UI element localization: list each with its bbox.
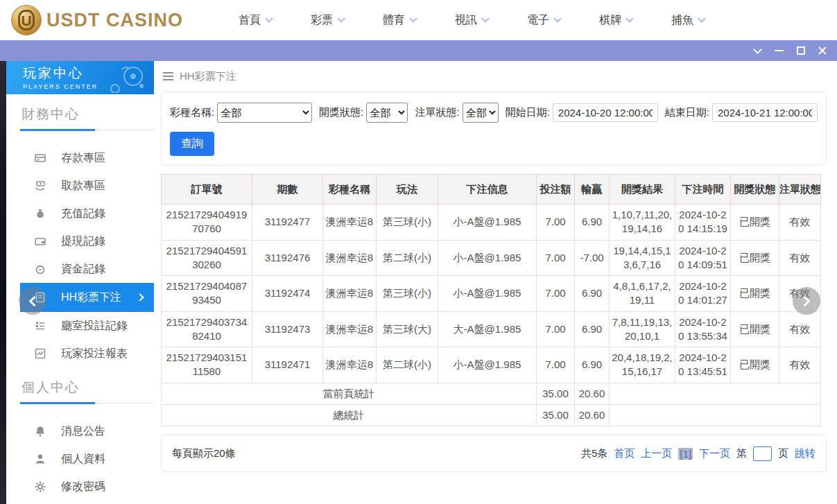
nav-item-live[interactable]: 視訊 <box>435 13 508 28</box>
background-edge-strip <box>0 61 6 504</box>
window-content: 玩家中心 PLAYERS CENTER 財務中心 存款專區 取款專區 <box>0 61 837 504</box>
sidebar-collapse-button[interactable] <box>19 287 46 315</box>
col-bet-time: 下注時間 <box>675 175 731 205</box>
money-bag-icon <box>34 207 46 220</box>
filter-panel: 彩種名稱: 全部 開獎狀態: 全部 注單狀態: 全部 開始日期: 結束日期: 查… <box>161 92 827 166</box>
cell-play-type: 第三球(大) <box>377 311 438 347</box>
jump-button[interactable]: 跳转 <box>795 447 816 460</box>
order-status-label: 注單狀態: <box>415 106 459 119</box>
sidebar-item-label: HH彩票下注 <box>61 290 121 305</box>
cell-winloss: 6.90 <box>575 205 610 241</box>
section-title-personal: 個人中心 <box>21 379 154 397</box>
top-navigation-bar: U USDT CASINO 首頁 彩票 體育 視訊 電子 棋牌 捕魚 <box>0 0 837 40</box>
nav-item-cards[interactable]: 棋牌 <box>580 13 652 28</box>
sidebar-item-recharge-record[interactable]: 充值記錄 <box>6 200 154 227</box>
col-lottery-name: 彩種名稱 <box>323 175 377 205</box>
window-maximize-button[interactable] <box>790 40 811 61</box>
nav-item-label: 彩票 <box>311 13 333 28</box>
cell-bet-time: 2024-10-20 14:15:19 <box>675 205 731 241</box>
first-page-link[interactable]: 首页 <box>614 447 635 460</box>
cell-issue: 31192471 <box>252 347 323 383</box>
nav-item-home[interactable]: 首頁 <box>219 13 291 28</box>
section-underline <box>20 403 154 403</box>
sidebar-item-room-bet-record[interactable]: 廳室投註記錄 <box>6 312 154 340</box>
section-underline <box>20 130 154 130</box>
table-row: 2152172940491970760 31192477 澳洲幸运8 第三球(小… <box>162 205 821 241</box>
chevron-down-icon <box>337 15 345 22</box>
window-minimize-button[interactable] <box>768 40 790 61</box>
cell-order-status: 有效 <box>779 205 821 241</box>
cell-bet-info: 小-A盤@1.985 <box>438 276 537 312</box>
cell-bet-info: 大-A盤@1.985 <box>438 311 537 347</box>
site-logo[interactable]: U USDT CASINO <box>11 5 183 35</box>
nav-item-label: 體育 <box>383 13 405 28</box>
report-chart-icon <box>34 347 46 360</box>
page-jump-input[interactable] <box>753 446 772 461</box>
panel-expand-button[interactable] <box>793 287 820 315</box>
next-page-link[interactable]: 下一页 <box>699 447 730 460</box>
nav-item-label: 首頁 <box>239 13 261 28</box>
record-list-icon <box>34 320 46 332</box>
page-summary-row: 當前頁統計 35.00 20.60 <box>162 383 821 404</box>
lottery-name-select[interactable]: 全部 <box>217 103 312 123</box>
cell-draw-status: 已開獎 <box>731 240 779 276</box>
cell-issue: 31192477 <box>252 205 323 241</box>
nav-item-fishing[interactable]: 捕魚 <box>652 13 724 28</box>
chevron-down-icon <box>698 15 705 22</box>
prev-page-link[interactable]: 上一页 <box>641 447 672 460</box>
draw-status-select[interactable]: 全部 <box>366 103 408 123</box>
current-page-indicator: [1] <box>678 448 693 460</box>
cell-issue: 31192474 <box>252 276 323 312</box>
pagination-bar: 每頁顯示20條 共5条 首页 上一页 [1] 下一页 第 页 跳转 <box>161 435 827 472</box>
cell-play-type: 第二球(小) <box>377 347 438 383</box>
cell-play-type: 第三球(小) <box>377 205 438 241</box>
nav-item-sports[interactable]: 體育 <box>363 13 435 28</box>
table-row: 2152172940408793450 31192474 澳洲幸运8 第三球(小… <box>162 276 821 312</box>
chevron-down-icon <box>553 15 561 22</box>
chevron-down-icon <box>481 15 489 22</box>
hamburger-menu-icon[interactable] <box>163 72 173 80</box>
cell-order-id: 2152172940315111580 <box>162 347 252 383</box>
sidebar-item-announcements[interactable]: 消息公告 <box>6 417 154 445</box>
sidebar-item-label: 資金記錄 <box>61 262 105 277</box>
table-row: 2152172940315111580 31192471 澳洲幸运8 第二球(小… <box>162 347 821 383</box>
sidebar-item-withdraw[interactable]: 取款專區 <box>6 172 154 200</box>
maximize-icon <box>797 46 805 55</box>
cell-lottery-name: 澳洲幸运8 <box>323 205 377 241</box>
nav-item-label: 視訊 <box>455 13 477 28</box>
end-date-input[interactable] <box>712 103 818 122</box>
withdraw-hand-icon <box>34 180 46 192</box>
sidebar-item-funds-record[interactable]: 資金記錄 <box>6 255 154 283</box>
cell-bet-time: 2024-10-20 13:55:34 <box>675 311 731 347</box>
nav-item-lottery[interactable]: 彩票 <box>291 13 363 28</box>
sidebar-item-withdraw-record[interactable]: 提現記錄 <box>6 227 154 255</box>
window-title-bar <box>0 40 837 61</box>
cell-draw-status: 已開獎 <box>731 311 779 347</box>
window-collapse-button[interactable] <box>747 40 768 61</box>
nav-item-slots[interactable]: 電子 <box>508 13 580 28</box>
start-date-input[interactable] <box>553 103 658 122</box>
deposit-card-icon <box>34 152 46 164</box>
order-status-select[interactable]: 全部 <box>463 103 499 123</box>
col-order-status: 注單狀態 <box>779 175 821 205</box>
sidebar-item-profile[interactable]: 個人資料 <box>6 445 154 473</box>
cell-play-type: 第二球(小) <box>377 240 438 276</box>
cell-order-id: 2152172940373482410 <box>162 311 252 347</box>
summary-winloss-total: 20.60 <box>575 404 610 426</box>
page-title: HH彩票下注 <box>180 70 236 83</box>
cell-winloss: -7.00 <box>575 240 610 276</box>
sidebar-item-deposit[interactable]: 存款專區 <box>6 144 154 172</box>
cell-bet-amount: 7.00 <box>537 205 575 241</box>
sidebar-item-change-password[interactable]: 修改密碼 <box>6 473 154 501</box>
col-bet-amount: 投注額 <box>537 175 575 205</box>
jump-suffix-text: 页 <box>778 447 788 460</box>
summary-bet-total: 35.00 <box>537 383 575 404</box>
logo-text: USDT CASINO <box>46 10 183 31</box>
query-button[interactable]: 查詢 <box>170 132 214 156</box>
section-title-finance: 財務中心 <box>21 105 154 123</box>
summary-empty <box>610 383 821 404</box>
window-close-button[interactable] <box>811 40 833 61</box>
sidebar-item-player-bet-report[interactable]: 玩家投注報表 <box>6 340 154 367</box>
summary-label: 當前頁統計 <box>162 383 537 404</box>
table-header-row: 訂單號 期數 彩種名稱 玩法 下注信息 投注額 輸贏 開獎結果 下注時間 開獎狀… <box>162 175 821 205</box>
